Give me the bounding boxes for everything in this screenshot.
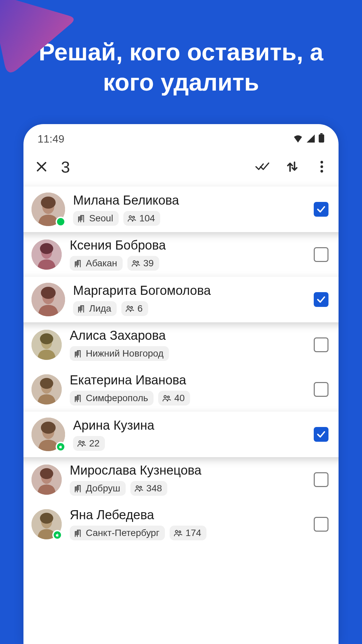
mutual-chip: 22 [73, 436, 105, 451]
user-info: Яна Лебедева Санкт-Петербург174 [70, 508, 306, 540]
city-chip: Санкт-Петербург [70, 526, 165, 540]
city-label: Добруш [86, 483, 120, 494]
user-name: Алиса Захарова [70, 328, 306, 343]
user-name: Маргарита Богомолова [73, 283, 306, 298]
svg-point-22 [40, 333, 53, 344]
mutual-count: 39 [143, 258, 154, 269]
mutual-chip: 348 [130, 481, 168, 496]
checkbox[interactable] [314, 247, 328, 262]
close-button[interactable] [32, 161, 52, 174]
checkbox[interactable] [314, 382, 328, 397]
mutual-chip: 104 [123, 211, 161, 226]
user-row[interactable]: Ксения Боброва Абакан39 [23, 232, 339, 277]
svg-point-37 [139, 486, 141, 488]
svg-point-7 [41, 197, 56, 209]
user-info: Ксения Боброва Абакан39 [70, 238, 306, 271]
svg-rect-0 [320, 133, 323, 135]
city-chip: Нижний Новгород [70, 346, 169, 361]
svg-point-18 [127, 306, 129, 308]
user-info: Мирослава Кузнецова Добруш348 [70, 463, 306, 496]
user-row[interactable]: Арина Кузина 22 [23, 412, 339, 457]
wifi-icon [293, 133, 303, 145]
svg-point-26 [164, 395, 166, 398]
mutual-count: 6 [137, 303, 143, 314]
avatar [32, 193, 65, 226]
svg-point-3 [320, 165, 323, 168]
mutual-chip: 39 [127, 256, 159, 271]
checkbox[interactable] [314, 517, 328, 532]
selection-toolbar: 3 [23, 149, 339, 186]
user-list: Милана Беликова Seoul104 Ксения Боброва … [23, 186, 339, 560]
status-icons [293, 133, 324, 145]
user-row[interactable]: Маргарита Богомолова Лида6 [23, 277, 339, 322]
user-row[interactable]: Екатерина Иванова Симферополь40 [23, 367, 339, 412]
user-row[interactable]: Милана Беликова Seoul104 [23, 186, 339, 232]
city-label: Абакан [86, 258, 117, 269]
svg-point-31 [79, 441, 81, 443]
city-chip: Seoul [73, 211, 119, 226]
user-name: Яна Лебедева [70, 508, 306, 522]
svg-point-9 [132, 216, 134, 218]
mutual-chip: 174 [170, 526, 207, 540]
svg-point-32 [82, 441, 84, 443]
svg-point-19 [131, 306, 133, 308]
user-name: Милана Беликова [73, 193, 306, 208]
status-bar: 11:49 [23, 124, 339, 149]
city-label: Лида [89, 303, 111, 314]
svg-point-12 [40, 243, 53, 254]
svg-point-30 [41, 422, 56, 434]
mutual-count: 348 [146, 483, 162, 494]
checkbox[interactable] [314, 292, 328, 307]
svg-point-40 [40, 513, 53, 523]
svg-point-8 [129, 216, 131, 218]
checkbox[interactable] [314, 472, 328, 487]
presence-apple-icon [56, 442, 66, 452]
user-info: Милана Беликова Seoul104 [73, 193, 306, 226]
user-info: Екатерина Иванова Симферополь40 [70, 373, 306, 406]
checkbox[interactable] [314, 337, 328, 352]
checkbox[interactable] [314, 427, 328, 442]
mutual-count: 174 [186, 528, 201, 538]
city-chip: Добруш [70, 481, 126, 496]
user-row[interactable]: Алиса Захарова Нижний Новгород [23, 322, 339, 367]
user-row[interactable]: Мирослава Кузнецова Добруш348 [23, 457, 339, 502]
avatar [32, 330, 62, 360]
svg-point-25 [40, 378, 53, 388]
selection-count: 3 [61, 158, 243, 176]
mutual-chip: 6 [121, 301, 148, 316]
mutual-count: 40 [174, 393, 185, 404]
city-chip: Симферополь [70, 391, 154, 406]
avatar [32, 465, 62, 495]
avatar [32, 509, 62, 539]
more-button[interactable] [312, 161, 332, 174]
user-info: Алиса Захарова Нижний Новгород [70, 328, 306, 361]
city-label: Симферополь [86, 393, 148, 404]
svg-point-13 [133, 261, 135, 263]
city-label: Нижний Новгород [86, 348, 164, 359]
user-info: Маргарита Богомолова Лида6 [73, 283, 306, 316]
status-time: 11:49 [38, 133, 64, 145]
svg-point-36 [136, 486, 138, 488]
svg-point-2 [320, 161, 323, 163]
select-all-button[interactable] [253, 161, 273, 173]
page-headline: Решай, кого оставить, а кого удалить [0, 37, 362, 97]
mutual-count: 104 [139, 213, 155, 224]
user-name: Арина Кузина [73, 418, 306, 433]
svg-point-41 [175, 530, 178, 533]
avatar [32, 374, 62, 405]
city-label: Санкт-Петербург [86, 528, 160, 538]
user-name: Ксения Боброва [70, 238, 306, 253]
sort-button[interactable] [282, 160, 302, 175]
svg-point-4 [320, 170, 323, 172]
svg-point-42 [179, 531, 181, 533]
user-row[interactable]: Яна Лебедева Санкт-Петербург174 [23, 502, 339, 546]
user-info: Арина Кузина 22 [73, 418, 306, 451]
city-chip: Лида [73, 301, 117, 316]
checkbox[interactable] [314, 202, 328, 217]
user-name: Мирослава Кузнецова [70, 463, 306, 478]
presence-online-icon [56, 217, 66, 227]
device-frame: 11:49 3 [23, 124, 339, 644]
city-label: Seoul [89, 213, 113, 224]
svg-rect-1 [319, 135, 324, 143]
avatar [32, 283, 65, 316]
